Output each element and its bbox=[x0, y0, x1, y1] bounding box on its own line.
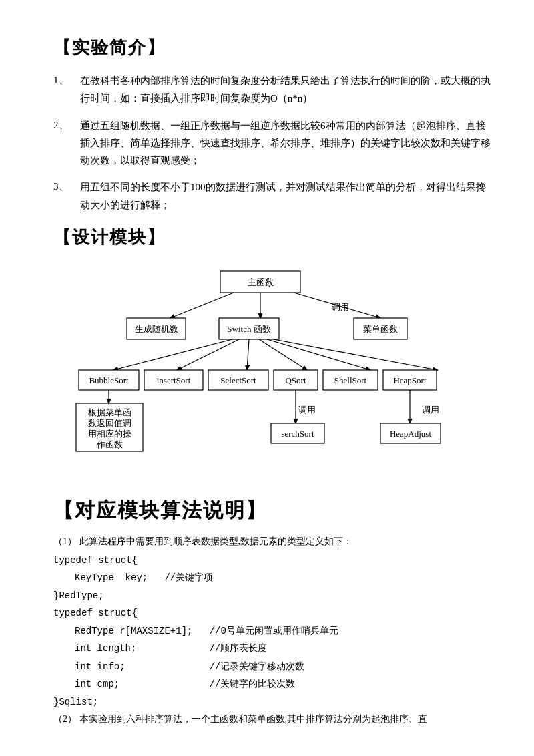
heapadjust-label: HeapAdjust bbox=[390, 429, 431, 439]
code-block-7: int info; //记录关键字移动次数 bbox=[53, 658, 494, 675]
design-title: 【设计模块】 bbox=[53, 223, 494, 252]
algo-intro-2: （2） 本实验用到六种排序算法，一个主函数和菜单函数,其中排序算法分别为起泡排序… bbox=[53, 711, 494, 727]
invoke-label-2: 调用 bbox=[298, 405, 316, 415]
intro-num-2: 2、 bbox=[53, 117, 80, 134]
serchsort-label: serchSort bbox=[281, 429, 314, 439]
code-block-3: }RedType; bbox=[53, 588, 494, 604]
svg-line-1 bbox=[170, 293, 234, 318]
bubblesort-label: BubbleSort bbox=[89, 375, 129, 385]
desc-line3: 用相应的操 bbox=[88, 429, 131, 439]
intro-section: 【实验简介】 1、 在教科书各种内部排序算法的时间复杂度分析结果只给出了算法执行… bbox=[53, 33, 494, 214]
qsort-label: QSort bbox=[285, 375, 306, 385]
algo-intro-1: （1） 此算法程序中需要用到顺序表数据类型,数据元素的类型定义如下： bbox=[53, 534, 494, 550]
code-block-8: int cmp; //关键字的比较次数 bbox=[53, 676, 494, 693]
switch-func-label: Switch 函数 bbox=[227, 324, 270, 334]
selectsort-label: SelectSort bbox=[220, 375, 256, 385]
code-block-6: int length; //顺序表长度 bbox=[53, 640, 494, 657]
invoke-label-3: 调用 bbox=[422, 405, 439, 415]
code-block-1: typedef struct{ bbox=[53, 552, 494, 569]
desc-line1: 根据菜单函 bbox=[88, 407, 131, 417]
intro-content-1: 在教科书各种内部排序算法的时间复杂度分析结果只给出了算法执行的时间的阶，或大概的… bbox=[80, 72, 494, 108]
intro-title: 【实验简介】 bbox=[53, 33, 494, 63]
menu-func-label: 菜单函数 bbox=[363, 324, 398, 334]
code-block-5: RedType r[MAXSIZE+1]; //0号单元闲置或用作哨兵单元 bbox=[53, 623, 494, 640]
svg-line-8 bbox=[177, 339, 239, 370]
heapsort-label: HeapSort bbox=[393, 375, 426, 385]
intro-item-2: 2、 通过五组随机数据、一组正序数据与一组逆序数据比较6种常用的内部算法（起泡排… bbox=[53, 117, 494, 170]
code-block-9: }Sqlist; bbox=[53, 694, 494, 711]
flowchart-svg: 主函数 调用 生成随机数 Switch 函数 菜单函数 bbox=[67, 264, 481, 478]
algo-title: 【对应模块算法说明】 bbox=[53, 493, 494, 527]
algo-text-1: 此算法程序中需要用到顺序表数据类型,数据元素的类型定义如下： bbox=[79, 536, 353, 546]
gen-random-label: 生成随机数 bbox=[135, 324, 178, 334]
code-block-2: KeyType key; //关键字项 bbox=[53, 570, 494, 586]
shellsort-label: ShellSort bbox=[334, 375, 367, 385]
desc-line4: 作函数 bbox=[96, 439, 123, 449]
algo-section: 【对应模块算法说明】 （1） 此算法程序中需要用到顺序表数据类型,数据元素的类型… bbox=[53, 493, 494, 727]
insertsort-label: insertSort bbox=[157, 375, 191, 385]
intro-item-1: 1、 在教科书各种内部排序算法的时间复杂度分析结果只给出了算法执行的时间的阶，或… bbox=[53, 72, 494, 108]
invoke-label-1: 调用 bbox=[332, 302, 349, 312]
algo-prefix-1: （1） bbox=[53, 536, 77, 546]
svg-line-7 bbox=[113, 339, 232, 370]
code-block-4: typedef struct{ bbox=[53, 605, 494, 622]
design-section: 【设计模块】 主函数 调用 生成随机数 Switch 函数 菜单函数 bbox=[53, 223, 494, 478]
intro-content-2: 通过五组随机数据、一组正序数据与一组逆序数据比较6种常用的内部算法（起泡排序、直… bbox=[80, 117, 494, 170]
intro-item-3: 3、 用五组不同的长度不小于100的数据进行测试，并对测试结果作出简单的分析，对… bbox=[53, 178, 494, 214]
diagram-container: 主函数 调用 生成随机数 Switch 函数 菜单函数 bbox=[53, 264, 494, 478]
intro-num-1: 1、 bbox=[53, 72, 80, 89]
desc-line2: 数返回值调 bbox=[88, 418, 131, 428]
intro-num-3: 3、 bbox=[53, 178, 80, 196]
main-func-label: 主函数 bbox=[248, 277, 274, 287]
intro-content-3: 用五组不同的长度不小于100的数据进行测试，并对测试结果作出简单的分析，对得出结… bbox=[80, 178, 494, 214]
svg-line-9 bbox=[247, 339, 249, 370]
